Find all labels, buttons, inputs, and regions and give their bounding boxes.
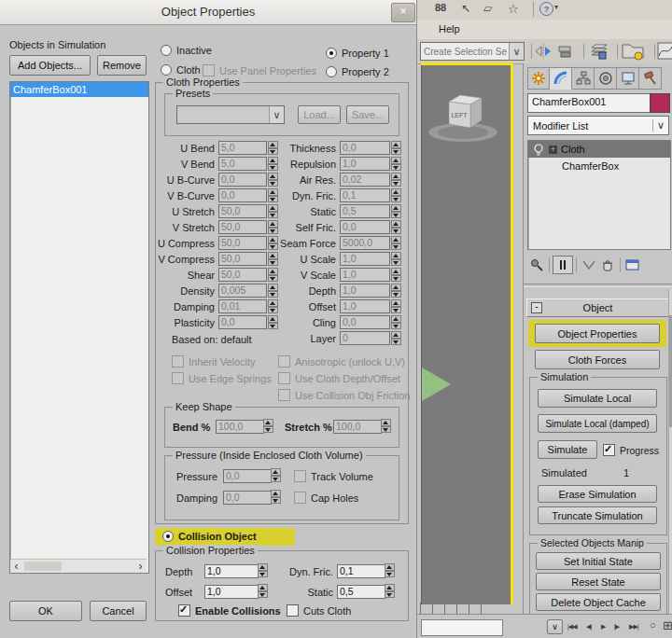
objects-list[interactable]: ChamferBox001 ‹ › (9, 81, 149, 574)
scene-object-green[interactable] (422, 368, 451, 401)
go-to-end-icon[interactable]: ▶▶| (629, 623, 638, 631)
depth-field[interactable]: 1,0 (204, 564, 259, 578)
param-value-field: 1,0 (340, 299, 390, 313)
progress-checkbox[interactable]: Progress (603, 444, 659, 456)
bend-label: Bend % (173, 422, 210, 433)
delete-object-cache-button[interactable]: Delete Object Cache (536, 593, 661, 611)
cloth-forces-button[interactable]: Cloth Forces (535, 350, 660, 369)
curve-editor-icon[interactable] (657, 42, 672, 61)
simulate-local-damped-button[interactable]: Simulate Local (damped) (538, 414, 657, 433)
menu-help[interactable]: Help (439, 23, 460, 35)
close-button[interactable]: × (391, 3, 415, 22)
checkbox-box[interactable] (603, 444, 615, 456)
viewcube[interactable]: LEFT (426, 86, 500, 144)
scroll-left-icon[interactable]: ‹ (10, 561, 22, 573)
simulate-button[interactable]: Simulate (538, 440, 597, 459)
dyn-fric-field[interactable]: 0,1 (337, 564, 385, 578)
rollout-object-header[interactable]: - Object (526, 298, 669, 317)
next-frame-icon[interactable]: |▶ (614, 623, 619, 631)
mirror-icon[interactable] (534, 43, 553, 60)
viewport-layout-icon[interactable]: ⊞ (663, 618, 672, 632)
tab-create[interactable] (527, 67, 550, 90)
pin-stack-icon[interactable] (527, 257, 546, 273)
spinner[interactable] (385, 563, 395, 577)
modifier-list-dropdown[interactable]: Modifier List ∨ (527, 116, 669, 135)
spinner[interactable] (385, 584, 395, 598)
select-cursor-icon[interactable]: ↖ (461, 2, 470, 15)
select-by-name-icon[interactable]: 88 (435, 2, 446, 13)
panel-divider (524, 284, 672, 287)
tab-modify[interactable] (550, 67, 572, 90)
erase-simulation-button[interactable]: Erase Simulation (538, 485, 657, 503)
radio-property-1[interactable]: Property 1 (326, 48, 389, 59)
chevron-down-icon[interactable]: ∨ (652, 119, 668, 132)
truncate-simulation-button[interactable]: Truncate Simulation (538, 506, 657, 524)
object-properties-button[interactable]: Object Properties (535, 324, 660, 343)
rollout-title: Object (583, 302, 613, 313)
set-initial-state-button[interactable]: Set Initial State (536, 552, 661, 570)
object-color-swatch[interactable] (650, 93, 670, 113)
show-end-result-icon[interactable] (553, 256, 573, 274)
layer-manager-icon[interactable] (588, 42, 610, 61)
offset-field[interactable]: 1,0 (204, 585, 259, 599)
ok-button[interactable]: OK (9, 601, 82, 621)
panel-scrollbar[interactable] (668, 289, 672, 616)
radio-collision-object[interactable]: Collision Object (162, 531, 257, 542)
dialog-titlebar[interactable]: Object Properties (0, 0, 416, 25)
tab-hierarchy[interactable] (572, 67, 595, 90)
infocenter-help-icon[interactable]: ? (539, 2, 553, 16)
object-name-field[interactable]: ChamferBox001 (527, 93, 651, 113)
visibility-bulb-icon[interactable] (532, 143, 545, 156)
align-icon[interactable] (556, 43, 575, 60)
play-icon[interactable]: ▶ (601, 623, 605, 631)
collapse-icon[interactable]: - (531, 302, 542, 313)
radio-property-2[interactable]: Property 2 (326, 66, 389, 77)
named-selection-set-combo[interactable]: Create Selection Se ∨ (420, 42, 525, 61)
remove-button[interactable]: Remove (97, 55, 147, 76)
expand-plus-icon[interactable]: + (549, 146, 557, 154)
list-horizontal-scrollbar[interactable]: ‹ › (10, 559, 147, 573)
configure-modifier-sets-icon[interactable] (623, 257, 642, 273)
param-value-field: 1,0 (340, 252, 390, 266)
param-row: Plasticity0,0 (157, 314, 278, 330)
remove-modifier-icon[interactable] (598, 257, 617, 273)
time-dropdown-button[interactable]: ∨ (547, 619, 563, 634)
go-to-start-icon[interactable]: |◀◀ (567, 623, 577, 631)
checkbox-enable-collisions[interactable]: Enable Collisions (178, 604, 281, 617)
chevron-down-icon[interactable]: ∨ (509, 43, 524, 60)
star-selection-icon[interactable]: ☆ (508, 2, 519, 16)
stack-item-chamferbox[interactable]: ChamferBox (528, 158, 670, 174)
key-mode-toggle-icon[interactable]: ○ (650, 619, 656, 631)
pressure-group: Pressure (Inside Enclosed Cloth Volume) … (164, 455, 399, 520)
radio-inactive[interactable]: Inactive (161, 45, 212, 56)
stack-item-cloth[interactable]: + Cloth (528, 141, 670, 158)
cancel-button[interactable]: Cancel (90, 601, 147, 621)
tab-display[interactable] (617, 67, 639, 90)
add-objects-button[interactable]: Add Objects... (9, 55, 91, 76)
container-explorer-icon[interactable] (620, 41, 648, 62)
tab-motion[interactable] (595, 67, 617, 90)
param-value-field: 50,0 (218, 204, 267, 218)
previous-frame-icon[interactable]: ◀| (586, 623, 591, 631)
spinner[interactable] (258, 563, 268, 577)
main-toolbar: Create Selection Se ∨ (416, 39, 672, 64)
spinner[interactable] (258, 584, 268, 598)
radio-cloth[interactable]: Cloth (161, 64, 201, 76)
list-item-selected[interactable]: ChamferBox001 (10, 82, 148, 97)
fence-selection-icon[interactable]: ▱ (483, 2, 492, 15)
make-unique-icon[interactable] (580, 257, 598, 273)
scrollbar-thumb[interactable] (24, 562, 62, 571)
mini-listener-field[interactable] (421, 619, 503, 636)
spinner (391, 173, 401, 187)
modifier-stack[interactable]: + Cloth ChamferBox (527, 140, 671, 250)
simulate-local-button[interactable]: Simulate Local (538, 389, 657, 408)
checkbox-cuts-cloth[interactable]: Cuts Cloth (287, 604, 351, 617)
tab-utilities[interactable] (639, 67, 662, 90)
static-field[interactable]: 0,5 (337, 585, 385, 599)
viewport[interactable]: LEFT (421, 65, 511, 604)
help-dropdown-icon[interactable]: ▾ (554, 3, 558, 11)
param-row: V B-Curve0,0 (157, 187, 278, 203)
selected-objects-manip-group: Selected Objects Manip Set Initial State… (529, 543, 667, 616)
scroll-right-icon[interactable]: › (134, 561, 147, 573)
reset-state-button[interactable]: Reset State (536, 573, 661, 590)
